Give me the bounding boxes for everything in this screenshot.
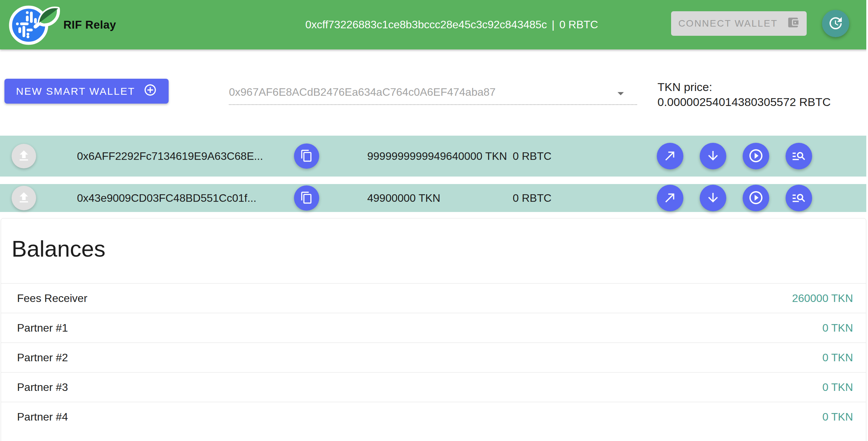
manage-search-icon	[791, 148, 806, 164]
balance-label: Fees Receiver	[17, 292, 87, 305]
arrow-up-right-icon	[663, 149, 677, 164]
connect-wallet-label: CONNECT WALLET	[678, 18, 778, 29]
copy-icon	[300, 149, 313, 163]
smart-wallet-select[interactable]: 0x967AF6E8ACdB2476Ea634aC764c0A6EF474aba…	[229, 80, 637, 105]
chevron-down-icon	[613, 86, 628, 102]
inspect-button[interactable]	[786, 143, 812, 169]
smart-wallet-row: 0x6AFF2292Fc7134619E9A63C68E... 99999999…	[0, 136, 866, 177]
upload-icon	[17, 149, 31, 164]
smart-wallet-token-balance: 9999999999949640000 TKN	[367, 149, 514, 164]
wallet-icon	[787, 16, 800, 31]
play-circle-icon	[748, 190, 764, 207]
header-account-address: 0xcff73226883c1ce8b3bccc28e45c3c92c84348…	[305, 18, 547, 31]
table-row: Partner #2 0 TKN	[1, 343, 866, 372]
table-row: Partner #4 0 TKN	[1, 402, 866, 431]
balance-value: 0 TKN	[822, 411, 853, 423]
manage-search-icon	[791, 190, 806, 206]
execute-button[interactable]	[743, 143, 769, 169]
receive-button[interactable]	[700, 185, 726, 211]
tkn-price: TKN price: 0.00000254014380305572 RBTC	[657, 79, 831, 109]
transfer-button[interactable]	[657, 185, 683, 211]
receive-button[interactable]	[700, 143, 726, 169]
tkn-price-label: TKN price:	[657, 79, 831, 94]
balance-label: Partner #3	[17, 381, 68, 394]
table-row: Partner #1 0 TKN	[1, 313, 866, 343]
balance-label: Partner #4	[17, 411, 68, 423]
new-smart-wallet-label: NEW SMART WALLET	[16, 86, 135, 97]
copy-address-button[interactable]	[294, 143, 319, 169]
execute-button[interactable]	[743, 185, 769, 211]
smart-wallet-address: 0x43e9009CD03FC48BD551Cc01f...	[77, 192, 257, 204]
smart-wallet-rbtc-balance: 0 RBTC	[513, 192, 552, 204]
balance-value: 0 TKN	[822, 322, 853, 334]
plus-circle-icon	[143, 83, 157, 99]
refresh-button[interactable]	[822, 10, 849, 37]
copy-icon	[300, 191, 313, 205]
new-smart-wallet-button[interactable]: NEW SMART WALLET	[4, 79, 169, 104]
connect-wallet-button[interactable]: CONNECT WALLET	[671, 11, 807, 36]
arrow-down-icon	[706, 191, 720, 206]
smart-wallet-rbtc-balance: 0 RBTC	[513, 150, 552, 163]
balance-value: 0 TKN	[822, 351, 853, 364]
smart-wallet-actions	[657, 143, 812, 169]
table-row: Fees Receiver 260000 TKN	[1, 283, 866, 313]
deploy-wallet-button[interactable]	[12, 144, 36, 168]
header-account-balance: 0 RBTC	[559, 18, 598, 31]
tkn-price-value: 0.00000254014380305572 RBTC	[657, 94, 831, 109]
balance-label: Partner #1	[17, 322, 68, 334]
arrow-up-right-icon	[663, 191, 677, 206]
app-header: RIF Relay 0xcff73226883c1ce8b3bccc28e45c…	[0, 0, 868, 49]
smart-wallet-token-balance: 49900000 TKN	[367, 191, 514, 206]
balances-table: Fees Receiver 260000 TKN Partner #1 0 TK…	[1, 283, 866, 431]
transfer-button[interactable]	[657, 143, 683, 169]
update-refresh-icon	[827, 15, 844, 32]
smart-wallet-select-value: 0x967AF6E8ACdB2476Ea634aC764c0A6EF474aba…	[229, 86, 496, 98]
copy-address-button[interactable]	[294, 185, 319, 211]
upload-icon	[17, 191, 31, 206]
balance-value: 0 TKN	[822, 381, 853, 394]
deploy-wallet-button[interactable]	[12, 186, 36, 210]
balance-label: Partner #2	[17, 351, 68, 364]
inspect-button[interactable]	[786, 185, 812, 211]
play-circle-icon	[748, 148, 764, 165]
smart-wallet-actions	[657, 185, 812, 211]
arrow-down-icon	[706, 149, 720, 164]
balances-title: Balances	[12, 235, 106, 262]
balance-value: 260000 TKN	[792, 292, 853, 305]
smart-wallet-address: 0x6AFF2292Fc7134619E9A63C68E...	[77, 150, 263, 163]
header-separator: |	[552, 18, 555, 31]
balances-card: Balances Fees Receiver 260000 TKN Partne…	[1, 218, 866, 441]
smart-wallet-row: 0x43e9009CD03FC48BD551Cc01f... 49900000 …	[0, 184, 866, 212]
scrollbar-gutter	[866, 0, 868, 441]
table-row: Partner #3 0 TKN	[1, 372, 866, 402]
